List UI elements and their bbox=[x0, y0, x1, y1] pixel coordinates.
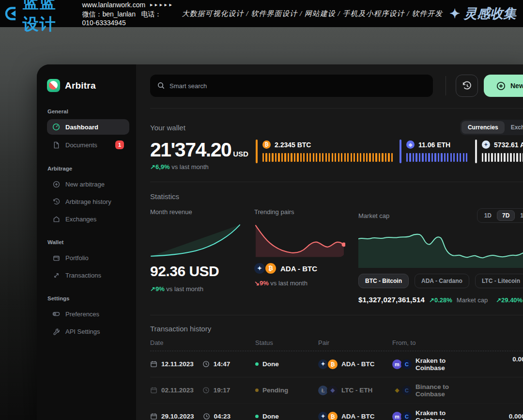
tx-date: 02.11.2023 bbox=[161, 387, 194, 394]
banner-services: 大数据可视化设计 / 软件界面设计 / 网站建设 / 手机及小程序设计 / 软件… bbox=[175, 9, 450, 18]
sidebar-item-label: Arbitrage history bbox=[65, 198, 111, 205]
inspiration-collect-link[interactable]: ✦ 灵感收集 bbox=[449, 5, 516, 22]
btc-coin-icon: ₿ bbox=[328, 412, 338, 420]
sidebar-item-transactions[interactable]: Transactions bbox=[47, 267, 129, 283]
sidebar-item-arbitrage-history[interactable]: Arbitrage history bbox=[47, 194, 129, 209]
month-revenue-value: 92.36 USD bbox=[150, 263, 254, 280]
sidebar: Arbitra General Dashboard Documents 1 Ar… bbox=[37, 64, 136, 420]
table-row[interactable]: 29.10.2023 04:23 Done ✦ ₿ ADA - BTC m C … bbox=[150, 404, 523, 420]
ada-coin-icon: ✦ bbox=[482, 140, 490, 149]
change-pct: 9% bbox=[155, 285, 165, 293]
sidebar-item-label: Dashboard bbox=[65, 124, 98, 131]
wallet-title: Your wallet bbox=[150, 124, 185, 132]
sidebar-item-preferences[interactable]: Preferences bbox=[47, 306, 129, 322]
tx-route: Kraken to Coinbase bbox=[415, 357, 470, 372]
sidebar-item-documents[interactable]: Documents 1 bbox=[47, 137, 129, 153]
toggle-icon bbox=[52, 310, 60, 318]
transaction-history-title: Transaction history bbox=[150, 325, 523, 333]
tx-amount: 0.0021 bbox=[470, 355, 523, 373]
lanlan-logo-icon bbox=[4, 3, 20, 24]
table-row[interactable]: 12.11.2023 14:47 Done ✦ ₿ ADA - BTC m C … bbox=[150, 351, 523, 377]
holding-btc: ₿2.2345 BTC bbox=[256, 140, 400, 171]
nav-section-wallet: Wallet bbox=[47, 239, 129, 245]
arrow-up-icon: ↗ bbox=[150, 163, 155, 171]
coin-tab-ltc[interactable]: LTC - Litecoin bbox=[475, 274, 523, 288]
clock-icon bbox=[203, 413, 210, 420]
main-content: New arbitrage Your wallet Currencies Exc… bbox=[136, 64, 523, 420]
search-input[interactable] bbox=[150, 75, 433, 97]
tab-exchanges[interactable]: Exchanges bbox=[505, 121, 523, 134]
history-icon bbox=[462, 81, 472, 91]
documents-badge: 1 bbox=[115, 140, 124, 149]
holding-divider bbox=[400, 140, 401, 163]
new-arbitrage-button[interactable]: New arbitrage bbox=[484, 75, 523, 97]
tx-route: Binance to Coinbase bbox=[415, 383, 470, 398]
range-1d[interactable]: 1D bbox=[479, 210, 497, 221]
binance-icon: ◆ bbox=[392, 386, 402, 395]
banner-wechat: 微信：ben_lanlan bbox=[82, 10, 136, 18]
tx-amount-1: 0.0000 bbox=[509, 413, 523, 420]
plus-circle-icon bbox=[52, 180, 60, 188]
btc-coin-icon: ₿ bbox=[262, 140, 271, 149]
sidebar-item-dashboard[interactable]: Dashboard bbox=[47, 119, 129, 135]
sidebar-item-label: Transactions bbox=[65, 272, 101, 279]
market-cap-value: $1,327,027,361,514 bbox=[358, 296, 425, 304]
wallet-summary: 21'374.20USD ↗6,9% vs last month ₿2.2345… bbox=[150, 140, 523, 171]
new-arbitrage-label: New arbitrage bbox=[510, 82, 523, 90]
nav-section-settings: Settings bbox=[47, 296, 129, 301]
coin-tab-btc[interactable]: BTC - Bitcoin bbox=[358, 274, 409, 288]
sidebar-item-new-arbitrage[interactable]: New arbitrage bbox=[47, 176, 129, 192]
btc-bars bbox=[262, 153, 393, 162]
range-7d[interactable]: 7D bbox=[497, 210, 515, 221]
banner-url[interactable]: www.lanlanwork.com bbox=[82, 1, 145, 9]
cap-change-label: Market cap bbox=[457, 296, 488, 304]
history-icon bbox=[52, 198, 60, 205]
change-pct: 9% bbox=[260, 280, 269, 287]
sidebar-item-exchanges[interactable]: Exchanges bbox=[47, 211, 129, 227]
wallet-amount-block: 21'374.20USD ↗6,9% vs last month bbox=[150, 140, 256, 171]
tx-pair: LTC - ETH bbox=[341, 387, 372, 394]
tab-currencies[interactable]: Currencies bbox=[461, 121, 505, 134]
search-icon bbox=[157, 82, 165, 91]
range-1m[interactable]: 1M bbox=[515, 210, 523, 221]
sparkle-star-icon: ✦ bbox=[449, 6, 460, 21]
section-divider bbox=[150, 108, 523, 109]
topbar-divider bbox=[446, 76, 446, 95]
site-logo: 蓝蓝设计 bbox=[4, 0, 73, 35]
month-revenue-label: Month revenue bbox=[150, 208, 254, 216]
sidebar-item-portfolio[interactable]: Portfolio bbox=[47, 250, 129, 265]
site-logo-text: 蓝蓝设计 bbox=[23, 0, 74, 35]
app-logo[interactable]: Arbitra bbox=[47, 79, 129, 92]
sidebar-item-label: Portfolio bbox=[65, 254, 89, 262]
nav-section-arbitrage: Arbitrage bbox=[47, 166, 129, 171]
holding-divider bbox=[475, 140, 477, 163]
ada-bars bbox=[482, 153, 523, 162]
table-row[interactable]: 02.11.2023 19:17 Pending Ł ◆ LTC - ETH ◆… bbox=[150, 377, 523, 404]
tx-route: Kraken to Coinbase bbox=[415, 409, 470, 420]
search-wrap bbox=[150, 75, 433, 97]
month-revenue-change: ↗9% vs last month bbox=[150, 285, 254, 293]
ada-coin-icon: ✦ bbox=[318, 412, 328, 420]
tx-date: 12.11.2023 bbox=[161, 360, 194, 368]
trending-pairs-panel: Trending pairs ✦ ₿ ADA - BTC ↘9% vs last… bbox=[254, 208, 358, 304]
wallet-currency: USD bbox=[233, 150, 248, 158]
tx-date: 29.10.2023 bbox=[161, 413, 194, 420]
market-cap-header: Market cap 1D 7D 1M bbox=[358, 208, 523, 223]
tx-time: 04:23 bbox=[214, 413, 231, 420]
coin-tab-ada[interactable]: ADA - Cardano bbox=[415, 274, 469, 288]
sidebar-item-label: Exchanges bbox=[65, 216, 96, 223]
site-banner: 蓝蓝设计 www.lanlanwork.com ►►►►► 微信：ben_lan… bbox=[0, 0, 523, 27]
coinbase-icon: C bbox=[402, 412, 412, 420]
holding-eth: ◆11.06 ETH bbox=[400, 140, 475, 171]
ada-coin-icon: ✦ bbox=[318, 359, 328, 369]
wallet-view-tabs: Currencies Exchanges bbox=[460, 120, 523, 135]
coinbase-icon: C bbox=[402, 386, 412, 395]
dashboard-window: Arbitra General Dashboard Documents 1 Ar… bbox=[37, 64, 523, 420]
history-button[interactable] bbox=[456, 75, 478, 97]
arrow-up-icon: ↗ bbox=[150, 285, 155, 293]
sidebar-item-api-settings[interactable]: API Settings bbox=[47, 324, 129, 339]
tx-pair: ADA - BTC bbox=[341, 360, 375, 368]
arrow-up-icon: ↗ bbox=[429, 296, 434, 304]
wallet-change-suffix: vs last month bbox=[171, 163, 209, 171]
sidebar-item-label: Documents bbox=[65, 141, 97, 149]
